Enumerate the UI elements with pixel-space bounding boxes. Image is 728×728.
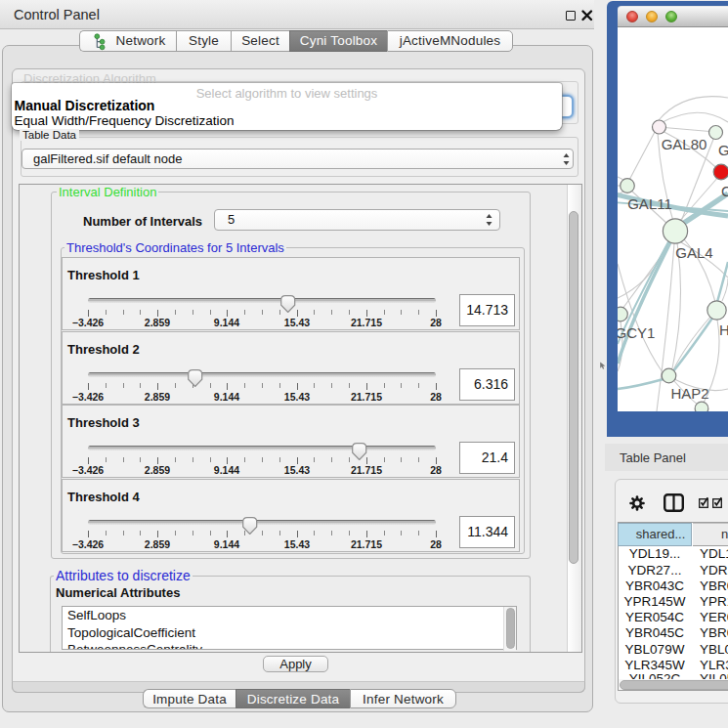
svg-text:GAL4: GAL4 [675,244,712,261]
svg-text:C: C [721,183,728,199]
svg-text:GA: GA [718,142,728,158]
svg-text:GAL11: GAL11 [627,195,672,212]
svg-text:GCY1: GCY1 [618,324,655,341]
svg-text:H: H [719,321,728,338]
svg-text:HAP2: HAP2 [670,385,708,402]
svg-text:GAL80: GAL80 [662,136,707,152]
